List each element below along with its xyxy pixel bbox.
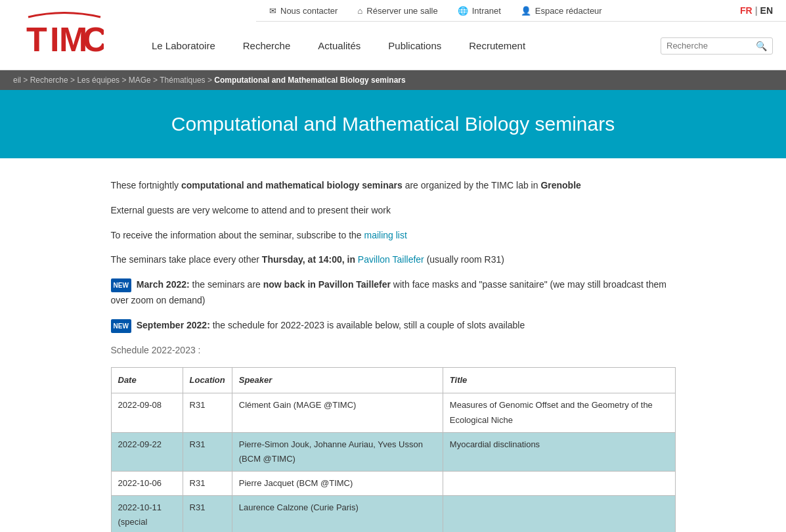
content-area: These fortnightly computational and math…: [98, 178, 689, 532]
para1-city: Grenoble: [540, 180, 580, 190]
para1-pre: These fortnightly: [111, 180, 181, 190]
col-speaker: Speaker: [232, 368, 443, 393]
cell-speaker: Pierre Jacquet (BCM @TIMC): [232, 471, 443, 495]
search-box[interactable]: 🔍: [661, 37, 773, 55]
page-title-banner: Computational and Mathematical Biology s…: [0, 90, 786, 158]
top-bar: ✉ Nous contacter ⌂ Réserver une salle 🌐 …: [256, 0, 786, 22]
reserver-label: Réserver une salle: [366, 6, 437, 16]
breadcrumb-current: Computational and Mathematical Biology s…: [214, 76, 405, 85]
para-intro: These fortnightly computational and math…: [111, 178, 676, 194]
intranet-label: Intranet: [472, 6, 501, 16]
table-row: 2022-10-06 R31 Pierre Jacquet (BCM @TIMC…: [111, 471, 675, 495]
home-icon: ⌂: [357, 6, 362, 16]
cell-title: Myocardial disclinations: [443, 432, 675, 471]
march-bold: March 2022:: [137, 279, 190, 290]
logo[interactable]: T I M C: [0, 0, 128, 70]
nav-laboratoire[interactable]: Le Laboratoire: [141, 22, 226, 70]
lang-en[interactable]: EN: [760, 5, 773, 16]
para1-post: are organized by the TIMC lab in: [403, 180, 541, 190]
col-location: Location: [183, 368, 232, 393]
cell-speaker: Pierre-Simon Jouk, Johanne Auriau, Yves …: [232, 432, 443, 471]
col-date: Date: [111, 368, 183, 393]
cell-title: [443, 471, 675, 495]
para-schedule: The seminars take place every other Thur…: [111, 252, 676, 268]
cell-date: 2022-10-06: [111, 471, 183, 495]
mailing-list-link[interactable]: mailing list: [364, 230, 407, 240]
cell-date: 2022-09-08: [111, 393, 183, 432]
cell-title: Measures of Genomic Offset and the Geome…: [443, 393, 675, 432]
cell-title: [443, 495, 675, 532]
breadcrumb: eil > Recherche > Les équipes > MAGe > T…: [0, 70, 786, 90]
para-march: NEW March 2022: the seminars are now bac…: [111, 277, 676, 309]
schedule-table: Date Location Speaker Title 2022-09-08 R…: [111, 367, 676, 532]
espace-label: Espace rédacteur: [535, 6, 602, 16]
intranet-link[interactable]: 🌐 Intranet: [458, 6, 501, 16]
page-title: Computational and Mathematical Biology s…: [171, 113, 615, 135]
breadcrumb-path: eil > Recherche > Les équipes > MAGe > T…: [13, 76, 214, 85]
para3-pre: To receive the information about the sem…: [111, 230, 364, 240]
sep-text: the schedule for 2022-2023 is available …: [210, 320, 525, 330]
search-input[interactable]: [666, 41, 752, 51]
lang-fr[interactable]: FR: [740, 5, 753, 16]
table-row: 2022-09-22 R31 Pierre-Simon Jouk, Johann…: [111, 432, 675, 471]
cell-date: 2022-09-22: [111, 432, 183, 471]
news-badge-march: NEW: [111, 278, 131, 292]
contact-label: Nous contacter: [280, 6, 338, 16]
svg-text:C: C: [83, 20, 104, 58]
para4-bold: Thursday, at 14:00, in: [262, 254, 358, 265]
col-title: Title: [443, 368, 675, 393]
schedule-label: Schedule 2022-2023 :: [111, 343, 676, 359]
espace-link[interactable]: 👤 Espace rédacteur: [521, 6, 602, 16]
march-text: the seminars are: [190, 279, 263, 290]
para-mailing: To receive the information about the sem…: [111, 228, 676, 244]
mail-icon: ✉: [269, 6, 276, 16]
cell-location: R31: [183, 393, 232, 432]
para2-text: External guests are very welcome to atte…: [111, 205, 391, 215]
cell-speaker: Clément Gain (MAGE @TIMC): [232, 393, 443, 432]
search-icon[interactable]: 🔍: [756, 41, 767, 51]
table-row: 2022-09-08 R31 Clément Gain (MAGE @TIMC)…: [111, 393, 675, 432]
cell-location: R31: [183, 471, 232, 495]
march-bold2: now back in Pavillon Taillefer: [263, 279, 391, 290]
contact-link[interactable]: ✉ Nous contacter: [269, 6, 338, 16]
reserver-link[interactable]: ⌂ Réserver une salle: [357, 6, 437, 16]
lang-separator: |: [755, 5, 758, 16]
para-guests: External guests are very welcome to atte…: [111, 203, 676, 219]
main-nav: Le Laboratoire Recherche Actualités Publ…: [128, 22, 786, 70]
globe-icon: 🌐: [458, 6, 468, 16]
cell-date: 2022-10-11 (special seminar): [111, 495, 183, 532]
cell-location: R31: [183, 432, 232, 471]
cell-speaker: Laurence Calzone (Curie Paris): [232, 495, 443, 532]
para4-pre: The seminars take place every other: [111, 254, 262, 265]
lang-switcher: FR | EN: [740, 5, 773, 16]
para-september: NEW September 2022: the schedule for 202…: [111, 318, 676, 334]
news-badge-sep: NEW: [111, 319, 131, 333]
nav-actualites[interactable]: Actualités: [307, 22, 371, 70]
nav-publications[interactable]: Publications: [378, 22, 452, 70]
svg-text:T: T: [26, 20, 47, 58]
user-icon: 👤: [521, 6, 531, 16]
nav-recrutement[interactable]: Recrutement: [458, 22, 536, 70]
nav-recherche[interactable]: Recherche: [232, 22, 301, 70]
svg-text:I: I: [50, 20, 59, 58]
cell-location: R31: [183, 495, 232, 532]
table-row: 2022-10-11 (special seminar) R31 Laurenc…: [111, 495, 675, 532]
para1-bold: computational and mathematical biology s…: [181, 180, 403, 190]
para4-post: (usually room R31): [424, 254, 504, 265]
sep-bold: September 2022:: [137, 320, 210, 330]
pavillon-taillefer-link[interactable]: Pavillon Taillefer: [358, 254, 424, 265]
